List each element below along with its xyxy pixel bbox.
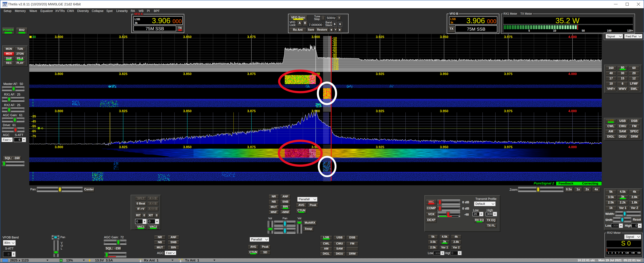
svg-text:-65: -65 <box>31 129 36 133</box>
svg-text:-140: -140 <box>332 67 338 71</box>
svg-text:3.850: 3.850 <box>183 109 192 113</box>
svg-text:-G: -G <box>40 127 43 130</box>
svg-text:4.000: 4.000 <box>568 109 577 113</box>
svg-text:-75: -75 <box>31 134 36 138</box>
svg-text:Correcting: Correcting <box>582 182 598 185</box>
svg-text:3.800: 3.800 <box>55 145 63 149</box>
svg-text:-35: -35 <box>31 114 36 118</box>
svg-text:3.850: 3.850 <box>183 35 192 39</box>
svg-text:3.800: 3.800 <box>55 109 63 113</box>
svg-text:30: 30 <box>32 35 36 39</box>
svg-text:3.950: 3.950 <box>440 109 448 113</box>
svg-text:4.000: 4.000 <box>568 35 577 39</box>
svg-text:4.000: 4.000 <box>568 145 577 149</box>
svg-text:4.000: 4.000 <box>568 72 577 76</box>
svg-text:3.950: 3.950 <box>440 35 448 39</box>
svg-text:3.875: 3.875 <box>247 35 256 39</box>
svg-text:3.800: 3.800 <box>55 72 63 76</box>
svg-text:3.850: 3.850 <box>183 145 192 149</box>
svg-text:3.875: 3.875 <box>247 145 256 149</box>
svg-text:Feedback: Feedback <box>558 182 573 185</box>
svg-text:3.925: 3.925 <box>376 35 384 39</box>
svg-text:3.950: 3.950 <box>440 72 448 76</box>
svg-text:3.975: 3.975 <box>504 72 512 76</box>
svg-text:3.975: 3.975 <box>504 145 512 149</box>
svg-text:3.875: 3.875 <box>247 72 256 76</box>
svg-text:3.925: 3.925 <box>376 72 384 76</box>
svg-text:-55: -55 <box>31 124 36 128</box>
svg-text:3.800: 3.800 <box>55 35 63 39</box>
svg-text:3.825: 3.825 <box>119 145 128 149</box>
svg-text:3.925: 3.925 <box>376 109 384 113</box>
svg-text:3.825: 3.825 <box>119 35 128 39</box>
svg-text:3.975: 3.975 <box>504 35 512 39</box>
svg-text:3.875: 3.875 <box>247 109 256 113</box>
svg-text:3.850: 3.850 <box>183 72 192 76</box>
svg-text:-45: -45 <box>31 120 36 123</box>
svg-text:PureSignal 2: PureSignal 2 <box>534 181 554 185</box>
svg-text:3.975: 3.975 <box>504 109 512 113</box>
svg-text:3.825: 3.825 <box>119 72 128 76</box>
svg-text:3.950: 3.950 <box>440 145 448 149</box>
svg-text:3.925: 3.925 <box>376 145 384 149</box>
svg-text:3.825: 3.825 <box>119 109 128 113</box>
